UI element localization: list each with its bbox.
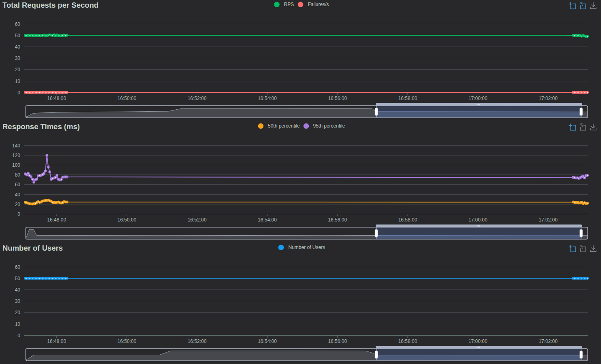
svg-text:0: 0 [17, 333, 20, 338]
svg-text:30: 30 [15, 298, 21, 304]
svg-text:10: 10 [15, 79, 21, 84]
svg-text:60: 60 [15, 264, 21, 270]
svg-text:95th percentile: 95th percentile [313, 123, 345, 129]
svg-text:16:48:00: 16:48:00 [47, 96, 66, 101]
svg-text:Total Requests per Second: Total Requests per Second [2, 1, 98, 9]
svg-text:16:54:00: 16:54:00 [258, 338, 277, 344]
svg-text:60: 60 [15, 21, 21, 27]
svg-text:17:02:00: 17:02:00 [539, 338, 558, 344]
svg-text:16:50:00: 16:50:00 [118, 217, 137, 223]
svg-text:30: 30 [15, 55, 21, 61]
svg-text:17:02:00: 17:02:00 [539, 217, 558, 223]
svg-text:16:48:00: 16:48:00 [47, 217, 66, 223]
svg-text:16:52:00: 16:52:00 [188, 338, 207, 344]
svg-text:20: 20 [15, 310, 21, 315]
svg-text:17:00:00: 17:00:00 [468, 338, 488, 344]
svg-text:50: 50 [15, 276, 21, 281]
svg-text:16:56:00: 16:56:00 [328, 338, 347, 344]
svg-text:Number of Users: Number of Users [289, 245, 325, 250]
svg-text:50: 50 [15, 33, 21, 38]
svg-text:16:56:00: 16:56:00 [328, 217, 347, 223]
svg-text:16:58:00: 16:58:00 [398, 217, 417, 223]
svg-text:Failures/s: Failures/s [308, 2, 329, 7]
svg-text:16:50:00: 16:50:00 [118, 338, 137, 344]
svg-text:16:58:00: 16:58:00 [398, 338, 417, 344]
svg-text:10: 10 [15, 321, 21, 327]
svg-text:17:00:00: 17:00:00 [468, 96, 488, 101]
svg-text:16:54:00: 16:54:00 [258, 217, 277, 223]
svg-text:20: 20 [15, 67, 21, 72]
svg-text:140: 140 [12, 143, 20, 149]
svg-text:40: 40 [15, 287, 21, 293]
svg-text:RPS: RPS [284, 2, 294, 7]
svg-text:40: 40 [15, 44, 21, 50]
svg-text:Response Times (ms): Response Times (ms) [2, 122, 80, 131]
svg-text:40: 40 [15, 192, 21, 198]
svg-text:80: 80 [15, 172, 21, 178]
svg-text:20: 20 [15, 202, 21, 207]
svg-text:16:52:00: 16:52:00 [188, 217, 207, 223]
svg-text:120: 120 [12, 153, 20, 158]
svg-text:16:52:00: 16:52:00 [188, 96, 207, 101]
svg-text:16:58:00: 16:58:00 [398, 96, 417, 101]
svg-text:16:50:00: 16:50:00 [118, 96, 137, 101]
svg-text:0: 0 [17, 211, 20, 217]
svg-text:16:48:00: 16:48:00 [47, 338, 66, 344]
svg-text:0: 0 [17, 90, 20, 96]
svg-text:100: 100 [12, 162, 20, 168]
svg-text:17:02:00: 17:02:00 [539, 96, 558, 101]
svg-text:60: 60 [15, 182, 21, 187]
svg-text:17:00:00: 17:00:00 [468, 217, 488, 223]
svg-text:50th percentile: 50th percentile [268, 123, 300, 129]
svg-text:16:56:00: 16:56:00 [328, 96, 347, 101]
svg-text:16:54:00: 16:54:00 [258, 96, 277, 101]
svg-text:Number of Users: Number of Users [2, 244, 63, 252]
